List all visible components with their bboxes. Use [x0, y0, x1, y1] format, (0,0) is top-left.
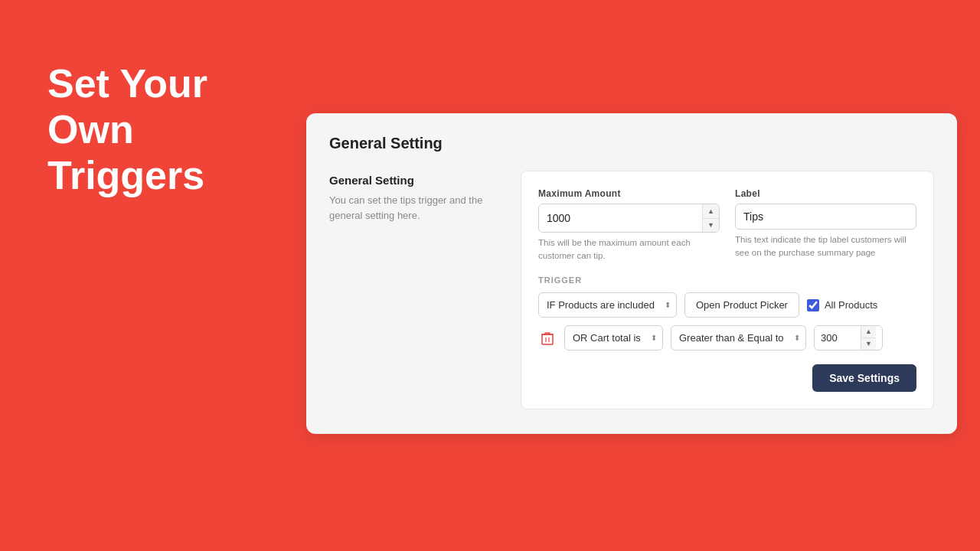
- card-body: General Setting You can set the tips tri…: [329, 171, 934, 409]
- left-panel: General Setting You can set the tips tri…: [329, 171, 505, 409]
- max-amount-hint: This will be the maximum amount each cus…: [538, 236, 720, 262]
- label-input-wrapper: [735, 204, 916, 230]
- label-hint: This text indicate the tip label custome…: [735, 233, 916, 259]
- hero-line3: Triggers: [47, 153, 204, 197]
- comparison-select-wrapper: Greater than & Equal to ⬍: [671, 325, 806, 350]
- max-amount-group: Maximum Amount ▲ ▼ This will be the maxi…: [538, 188, 720, 262]
- if-products-select-wrapper: IF Products are included ⬍: [538, 292, 677, 318]
- top-fields-row: Maximum Amount ▲ ▼ This will be the maxi…: [538, 188, 916, 262]
- left-panel-title: General Setting: [329, 174, 505, 187]
- all-products-checkbox[interactable]: [807, 299, 819, 311]
- max-amount-label: Maximum Amount: [538, 188, 720, 199]
- hero-line1: Set Your: [47, 61, 207, 106]
- right-panel: Maximum Amount ▲ ▼ This will be the maxi…: [521, 171, 934, 409]
- label-group: Label This text indicate the tip label c…: [735, 188, 916, 262]
- all-products-checkbox-wrapper: All Products: [807, 299, 877, 311]
- svg-rect-0: [542, 334, 553, 344]
- general-setting-card: General Setting General Setting You can …: [306, 113, 957, 434]
- max-amount-spinners: ▲ ▼: [702, 204, 719, 232]
- cart-total-down-btn[interactable]: ▼: [861, 338, 876, 350]
- trigger-section-label: TRIGGER: [538, 276, 916, 285]
- label-label: Label: [735, 188, 916, 199]
- cart-total-value-wrapper: ▲ ▼: [814, 325, 883, 350]
- left-panel-desc: You can set the tips trigger and the gen…: [329, 193, 505, 223]
- trigger-section: TRIGGER IF Products are included ⬍ Open …: [538, 276, 916, 350]
- delete-trigger-button[interactable]: [538, 328, 557, 348]
- cart-total-spinners: ▲ ▼: [861, 326, 876, 350]
- cart-total-value-input[interactable]: [815, 326, 861, 350]
- trigger-row-products: IF Products are included ⬍ Open Product …: [538, 292, 916, 318]
- max-amount-up-btn[interactable]: ▲: [703, 204, 719, 219]
- hero-line2: Own: [47, 107, 134, 152]
- save-settings-button[interactable]: Save Settings: [812, 364, 916, 392]
- trigger-row-cart: OR Cart total is ⬍ Greater than & Equal …: [538, 325, 916, 350]
- max-amount-input-wrapper: ▲ ▼: [538, 204, 720, 233]
- max-amount-input[interactable]: [539, 206, 702, 230]
- cart-total-select[interactable]: OR Cart total is: [564, 325, 663, 350]
- cart-total-up-btn[interactable]: ▲: [861, 326, 876, 338]
- label-input[interactable]: [736, 204, 916, 229]
- comparison-select[interactable]: Greater than & Equal to: [671, 325, 806, 350]
- card-title: General Setting: [329, 135, 934, 152]
- max-amount-down-btn[interactable]: ▼: [703, 219, 719, 233]
- cart-total-select-wrapper: OR Cart total is ⬍: [564, 325, 663, 350]
- open-product-picker-button[interactable]: Open Product Picker: [684, 292, 799, 318]
- if-products-select[interactable]: IF Products are included: [538, 292, 677, 318]
- all-products-label: All Products: [825, 299, 877, 311]
- hero-text: Set Your Own Triggers: [47, 61, 207, 198]
- save-btn-row: Save Settings: [538, 364, 916, 392]
- trash-icon: [541, 331, 554, 345]
